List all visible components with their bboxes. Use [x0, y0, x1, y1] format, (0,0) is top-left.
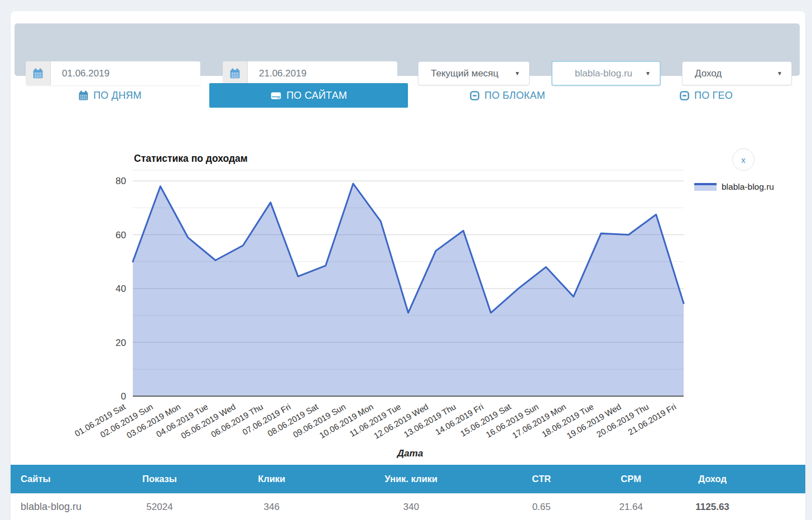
tab-label: ПО ГЕО — [694, 90, 733, 102]
area-fill — [133, 184, 684, 396]
cell-shows: 52024 — [102, 502, 217, 513]
calendar-icon — [78, 90, 89, 101]
site-select[interactable]: blabla-blog.ru ▼ — [551, 61, 661, 86]
chart-title: Статистика по доходам — [134, 153, 248, 165]
calendar-icon[interactable] — [223, 61, 248, 85]
report-tabs: ПО ДНЯМ ПО САЙТАМ ПО БЛОКАМ — [11, 83, 805, 108]
revenue-area-chart[interactable]: 02040608001.06.2019 Sat02.06.2019 Sun03.… — [11, 164, 805, 465]
block-icon — [469, 90, 480, 101]
stats-table: Сайты Показы Клики Уник. клики CTR CPM Д… — [11, 465, 805, 520]
period-select-value: Текущий месяц — [431, 68, 498, 79]
metric-select[interactable]: Доход ▼ — [682, 61, 792, 85]
y-tick-label: 40 — [116, 283, 126, 294]
tab-by-sites[interactable]: ПО САЙТАМ — [209, 83, 408, 108]
column-header-shows: Показы — [102, 474, 217, 484]
filter-toolbar: Текущий месяц ▼ blabla-blog.ru ▼ Доход ▼ — [15, 23, 800, 76]
calendar-icon[interactable] — [26, 61, 51, 85]
cell-clicks: 346 — [217, 502, 343, 513]
y-tick-label: 20 — [116, 338, 126, 348]
y-tick-label: 0 — [121, 391, 126, 402]
column-header-income: Доход — [672, 474, 805, 484]
column-header-clicks: Клики — [217, 474, 343, 484]
tab-label: ПО БЛОКАМ — [484, 90, 545, 102]
close-icon: x — [741, 155, 746, 165]
date-from-input[interactable] — [51, 61, 200, 85]
chevron-down-icon: ▼ — [515, 70, 520, 76]
x-tick-label: 21.06.2019 Fri — [626, 402, 678, 437]
hdd-icon — [270, 90, 282, 102]
tab-by-geo[interactable]: ПО ГЕО — [607, 83, 805, 108]
chevron-down-icon: ▼ — [777, 70, 782, 76]
tab-label: ПО САЙТАМ — [286, 90, 347, 102]
column-header-ctr: CTR — [479, 474, 603, 484]
tab-by-days[interactable]: ПО ДНЯМ — [11, 83, 209, 108]
x-axis-title: Дата — [346, 448, 474, 459]
metric-select-value: Доход — [695, 68, 722, 79]
date-to-input[interactable] — [248, 61, 397, 85]
cell-uclicks: 340 — [343, 502, 479, 513]
chevron-down-icon: ▼ — [645, 70, 651, 76]
column-header-sites: Сайты — [11, 474, 102, 484]
table-header-row: Сайты Показы Клики Уник. клики CTR CPM Д… — [11, 465, 805, 493]
y-tick-label: 60 — [116, 230, 126, 240]
cell-ctr: 0.65 — [479, 502, 603, 513]
date-from-group — [26, 61, 200, 85]
cell-cpm: 21.64 — [603, 502, 672, 513]
block-icon — [679, 90, 690, 101]
cell-income: 1125.63 — [672, 502, 805, 513]
column-header-uclicks: Уник. клики — [343, 474, 479, 484]
period-select[interactable]: Текущий месяц ▼ — [418, 61, 530, 85]
cell-site: blabla-blog.ru — [11, 501, 102, 513]
date-to-group — [223, 61, 397, 85]
table-row[interactable]: blabla-blog.ru 52024 346 340 0.65 21.64 … — [11, 493, 805, 520]
tab-label: ПО ДНЯМ — [93, 90, 142, 102]
y-tick-label: 80 — [116, 176, 126, 186]
tab-by-blocks[interactable]: ПО БЛОКАМ — [408, 83, 607, 108]
site-select-value: blabla-blog.ru — [575, 68, 632, 79]
column-header-cpm: CPM — [603, 474, 672, 484]
